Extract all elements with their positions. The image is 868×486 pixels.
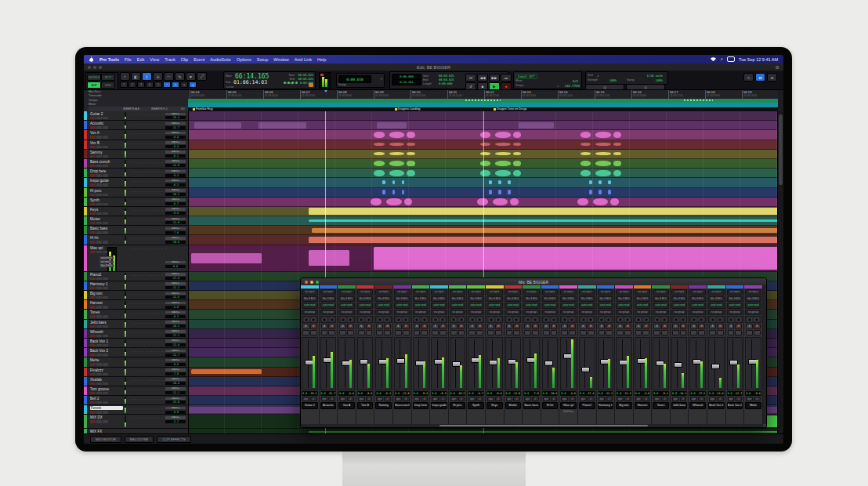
insert-slots[interactable]: ·········· bbox=[131, 283, 169, 287]
mute-button[interactable]: M bbox=[513, 324, 520, 329]
track-buttons[interactable] bbox=[90, 401, 108, 404]
pan-knobs[interactable] bbox=[708, 316, 725, 323]
output-path-chip[interactable]: MAIN ▸ bbox=[165, 151, 186, 154]
zoom-toggle-icon[interactable]: ⤢ bbox=[197, 72, 207, 81]
channel-name[interactable]: Inspo guide bbox=[431, 402, 447, 408]
input-selector[interactable]: no input bbox=[413, 289, 429, 296]
input-selector[interactable]: no input bbox=[302, 289, 318, 296]
peak-readout[interactable]: 0.0 bbox=[561, 392, 566, 395]
record-enable-button[interactable] bbox=[561, 330, 568, 335]
menu-item-avid-link[interactable]: Avid Link bbox=[295, 57, 312, 62]
mute-button[interactable]: M bbox=[476, 324, 483, 329]
s-button[interactable] bbox=[96, 354, 102, 356]
peak-readout[interactable]: 0.0 bbox=[432, 392, 436, 395]
pan-knobs[interactable] bbox=[542, 316, 559, 323]
m-button[interactable] bbox=[103, 203, 108, 205]
mixer-strip-piano2[interactable]: no inputMix 8 BIGauto readno groupSM0.0-… bbox=[578, 285, 597, 424]
track-row-piano2[interactable]: Piano2··········MAIN ▸-27.4 bbox=[84, 272, 188, 281]
input-selector[interactable]: no input bbox=[338, 289, 355, 296]
rec-button[interactable] bbox=[90, 363, 96, 365]
record-enable-button[interactable] bbox=[543, 330, 550, 335]
channel-name[interactable]: Drop here bbox=[413, 402, 429, 408]
input-monitor-button[interactable] bbox=[495, 330, 502, 335]
insert-slots[interactable]: ·········· bbox=[131, 142, 169, 146]
record-enable-button[interactable] bbox=[617, 330, 624, 335]
dyn-button[interactable]: dyn bbox=[617, 397, 624, 401]
channel-name[interactable]: Hi hit bbox=[542, 402, 559, 408]
output-selector[interactable]: Mix 8 BIG bbox=[394, 296, 410, 303]
record-enable-button[interactable] bbox=[339, 330, 346, 335]
track-buttons[interactable] bbox=[90, 315, 108, 317]
io-chip[interactable]: Mix 8 BIG bbox=[99, 264, 114, 267]
volume-readout[interactable]: -9.1 bbox=[662, 392, 668, 395]
track-row-mehe[interactable]: Mehe··········MAIN ▸-9.8 bbox=[84, 357, 188, 367]
mute-button[interactable]: M bbox=[606, 324, 613, 329]
insert-slots[interactable]: ·········· bbox=[131, 180, 169, 183]
input-selector[interactable]: no input bbox=[394, 289, 410, 296]
track-name[interactable]: Acoustic bbox=[90, 121, 121, 125]
insert-slots[interactable]: ·········· bbox=[131, 122, 169, 126]
volume-readout[interactable]: -7.9 bbox=[165, 372, 186, 375]
mute-button[interactable]: M bbox=[717, 324, 724, 329]
s-button[interactable] bbox=[96, 203, 102, 205]
s-button[interactable] bbox=[96, 222, 102, 224]
output-path-chip[interactable]: MAIN ▸ bbox=[165, 339, 186, 343]
track-row-mix-dx[interactable]: MIX DX··········MAIN ▸-3.2 bbox=[84, 415, 188, 429]
track-row-hi-perc[interactable]: Hi perc··········MAIN ▸-10.2 bbox=[84, 188, 188, 198]
track-row-inspo-guide[interactable]: Inspo guide··········MAIN ▸-6.3 bbox=[84, 178, 188, 187]
pan-knobs[interactable] bbox=[375, 316, 392, 323]
mixer-strip-keys[interactable]: no inputMix 8 BIGauto readno groupSM0.0-… bbox=[486, 285, 505, 424]
m-button[interactable] bbox=[103, 287, 108, 289]
track-name[interactable]: Harmony 1 bbox=[90, 282, 121, 286]
volume-readout[interactable]: -6.4 bbox=[165, 145, 186, 148]
warning-indicator[interactable] bbox=[309, 83, 313, 87]
m-button[interactable] bbox=[103, 392, 108, 394]
rec-button[interactable] bbox=[90, 392, 96, 394]
pan-readout[interactable]: 0 bbox=[680, 397, 687, 401]
volume-readout[interactable]: -8.4 bbox=[165, 136, 186, 139]
pan-knobs[interactable] bbox=[598, 316, 614, 323]
output-path-chip[interactable]: MAIN ▸ bbox=[165, 261, 186, 264]
input-monitor-button[interactable] bbox=[717, 330, 724, 335]
insert-slots[interactable]: ·········· bbox=[131, 359, 169, 363]
mute-button[interactable]: M bbox=[495, 324, 502, 329]
track-row-whoosh[interactable]: Whoosh··········MAIN ▸-17.1 bbox=[84, 329, 188, 339]
dyn-button[interactable]: dyn bbox=[543, 397, 550, 401]
output-selector[interactable]: Mix 8 BIG bbox=[708, 296, 725, 303]
ruler-label-minsecs[interactable]: Min:Secs bbox=[89, 90, 101, 93]
automation-mode[interactable]: auto read bbox=[338, 303, 355, 309]
track-buttons[interactable] bbox=[90, 277, 108, 280]
automation-mode[interactable]: auto read bbox=[708, 303, 725, 309]
pan-readout[interactable]: 0 bbox=[551, 397, 558, 401]
track-name[interactable]: Keys bbox=[90, 208, 121, 212]
solo-button[interactable]: S bbox=[376, 324, 383, 329]
volume-readout[interactable]: -10.8 bbox=[549, 392, 557, 395]
track-row-finalzzz[interactable]: Finalzzz··········MAIN ▸-7.9 bbox=[84, 368, 188, 377]
channel-name[interactable]: Piano2 bbox=[579, 402, 595, 408]
channel-name[interactable]: Wax spl bbox=[560, 402, 577, 408]
rec-button[interactable] bbox=[90, 174, 96, 176]
vertical-scrollbar[interactable] bbox=[777, 111, 783, 434]
solo-button[interactable]: S bbox=[709, 324, 716, 329]
track-row-back-vox-2[interactable]: Back Vox 2··········MAIN ▸-12.7 bbox=[84, 348, 188, 357]
pan-knobs[interactable] bbox=[653, 316, 669, 323]
volume-readout[interactable]: -10.2 bbox=[165, 193, 186, 196]
menu-item-clip[interactable]: Clip bbox=[181, 57, 188, 62]
group-selector[interactable]: no group bbox=[394, 310, 410, 316]
mixer-strip-basscrunch[interactable]: no inputMix 8 BIGauto readno groupSM0.0-… bbox=[393, 285, 412, 424]
s-button[interactable] bbox=[96, 126, 102, 129]
track-row-vox-b[interactable]: Vox B··········MAIN ▸-6.4 bbox=[84, 140, 188, 150]
end-value[interactable]: 66:03.625 bbox=[298, 78, 313, 81]
volume-readout[interactable]: -8.6 bbox=[165, 306, 186, 309]
group-selector[interactable]: no group bbox=[523, 310, 540, 316]
mixer-strip-whoosh[interactable]: no inputMix 8 BIGauto readno groupSM0.0-… bbox=[689, 285, 707, 424]
s-button[interactable] bbox=[96, 401, 102, 404]
automation-mode[interactable]: auto read bbox=[616, 303, 632, 309]
mute-button[interactable]: M bbox=[735, 324, 742, 329]
forward-button[interactable]: ▶▶ bbox=[489, 74, 500, 82]
track-name[interactable]: Back Vox 1 bbox=[90, 339, 121, 343]
channel-name[interactable]: Guitar 2 bbox=[302, 402, 318, 408]
m-button[interactable] bbox=[103, 155, 108, 158]
pan-knobs[interactable] bbox=[523, 316, 540, 323]
pan-knobs[interactable] bbox=[727, 316, 743, 323]
